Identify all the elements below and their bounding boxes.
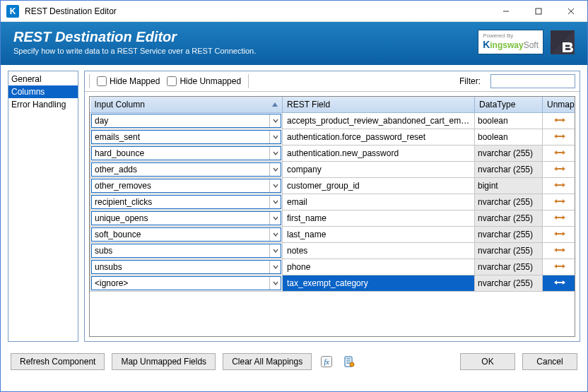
col-unmap[interactable]: Unmap (543, 97, 576, 113)
datatype-cell: bigint (475, 178, 543, 194)
input-column-value: unsubs (92, 262, 269, 272)
expression-fx-button[interactable]: fx (319, 354, 334, 369)
rest-field-cell: authentication.force_password_reset (283, 129, 475, 145)
rest-field-cell: phone (283, 259, 475, 275)
bigcommerce-logo (551, 30, 575, 54)
hide-mapped-input[interactable] (97, 76, 107, 86)
sidebar: GeneralColumnsError Handling (8, 71, 78, 342)
table-row[interactable]: subsnotesnvarchar (255) (90, 243, 576, 259)
hide-mapped-label: Hide Mapped (110, 76, 160, 86)
datatype-cell: nvarchar (255) (475, 194, 543, 210)
datatype-cell: boolean (475, 129, 543, 145)
datatype-cell: nvarchar (255) (475, 275, 543, 292)
expression-script-button[interactable] (341, 354, 357, 369)
rest-field-cell: customer_group_id (283, 178, 475, 194)
chevron-down-icon[interactable] (269, 163, 281, 176)
unmap-button[interactable] (543, 227, 576, 243)
chevron-down-icon[interactable] (269, 261, 281, 273)
hide-unmapped-checkbox[interactable]: Hide Unmapped (167, 76, 241, 86)
table-row[interactable]: other_removescustomer_group_idbigint (90, 178, 576, 194)
kingswaysoft-logo: Powered By KingswaySoft (478, 30, 543, 54)
chevron-down-icon[interactable] (269, 228, 281, 241)
chevron-down-icon[interactable] (269, 277, 281, 290)
filter-input[interactable] (490, 74, 575, 88)
input-column-value: other_removes (92, 181, 269, 191)
chevron-down-icon[interactable] (269, 179, 281, 192)
table-row[interactable]: other_addscompanynvarchar (255) (90, 162, 576, 178)
input-column-combo[interactable]: <ignore> (91, 276, 281, 290)
unmap-button[interactable] (543, 145, 576, 162)
unmap-button[interactable] (543, 210, 576, 227)
datatype-cell: nvarchar (255) (475, 243, 543, 259)
chevron-down-icon[interactable] (269, 212, 281, 225)
window-title: REST Destination Editor (25, 6, 117, 16)
col-rest[interactable]: REST Field (283, 97, 475, 113)
unmap-button[interactable] (543, 162, 576, 178)
sidebar-item-general[interactable]: General (8, 73, 78, 85)
input-column-value: day (92, 116, 269, 126)
maximize-button[interactable] (522, 1, 555, 22)
mapping-grid[interactable]: Input Column REST Field DataType Unmap d… (89, 96, 575, 337)
rest-field-cell: tax_exempt_category (283, 275, 475, 292)
datatype-cell: nvarchar (255) (475, 145, 543, 162)
table-row[interactable]: hard_bounceauthentication.new_passwordnv… (90, 145, 576, 162)
main-panel: Hide Mapped Hide Unmapped Filter: In (84, 71, 580, 342)
app-icon: K (6, 5, 19, 18)
input-column-value: unique_opens (92, 213, 269, 223)
clear-all-button[interactable]: Clear All Mappings (223, 353, 312, 370)
map-unmapped-button[interactable]: Map Unmapped Fields (112, 353, 216, 370)
input-column-combo[interactable]: subs (91, 244, 281, 258)
col-input[interactable]: Input Column (90, 97, 283, 113)
input-column-combo[interactable]: other_removes (91, 179, 281, 193)
unmap-button[interactable] (543, 129, 576, 145)
input-column-combo[interactable]: unique_opens (91, 211, 281, 225)
datatype-cell: nvarchar (255) (475, 162, 543, 178)
unmap-button[interactable] (543, 178, 576, 194)
rest-field-cell: company (283, 162, 475, 178)
table-row[interactable]: recipient_clicksemailnvarchar (255) (90, 194, 576, 210)
table-row[interactable]: unique_opensfirst_namenvarchar (255) (90, 210, 576, 227)
banner-subtitle: Specify how to write data to a REST Serv… (13, 47, 256, 55)
hide-unmapped-input[interactable] (167, 76, 177, 86)
input-column-combo[interactable]: day (91, 114, 281, 128)
unmap-button[interactable] (543, 259, 576, 275)
input-column-combo[interactable]: emails_sent (91, 130, 281, 144)
sidebar-item-error-handling[interactable]: Error Handling (8, 98, 78, 111)
unmap-button[interactable] (543, 194, 576, 210)
chevron-down-icon[interactable] (269, 196, 281, 208)
input-column-combo[interactable]: other_adds (91, 162, 281, 177)
chevron-down-icon[interactable] (269, 147, 281, 160)
titlebar: K REST Destination Editor (1, 1, 587, 22)
toolbar: Hide Mapped Hide Unmapped Filter: (85, 71, 580, 92)
rest-field-cell: notes (283, 243, 475, 259)
rest-field-cell: first_name (283, 210, 475, 227)
cancel-button[interactable]: Cancel (522, 353, 577, 370)
chevron-down-icon[interactable] (269, 244, 281, 257)
toolbar-separator (248, 74, 249, 88)
table-row[interactable]: <ignore>tax_exempt_categorynvarchar (255… (90, 275, 576, 292)
table-row[interactable]: unsubsphonenvarchar (255) (90, 259, 576, 275)
unmap-button[interactable] (543, 275, 576, 292)
input-column-combo[interactable]: unsubs (91, 260, 281, 274)
table-row[interactable]: dayaccepts_product_review_abandoned_cart… (90, 113, 576, 129)
hide-mapped-checkbox[interactable]: Hide Mapped (97, 76, 160, 86)
input-column-value: recipient_clicks (92, 197, 269, 207)
chevron-down-icon[interactable] (269, 114, 281, 127)
input-column-value: hard_bounce (92, 148, 269, 158)
minimize-button[interactable] (490, 1, 522, 22)
chevron-down-icon[interactable] (269, 131, 281, 143)
ok-button[interactable]: OK (460, 353, 515, 370)
datatype-cell: nvarchar (255) (475, 210, 543, 227)
unmap-button[interactable] (543, 243, 576, 259)
input-column-combo[interactable]: soft_bounce (91, 227, 281, 242)
col-type[interactable]: DataType (475, 97, 543, 113)
close-button[interactable] (555, 1, 587, 22)
table-row[interactable]: emails_sentauthentication.force_password… (90, 129, 576, 145)
unmap-button[interactable] (543, 113, 576, 129)
input-column-combo[interactable]: hard_bounce (91, 146, 281, 160)
sidebar-item-columns[interactable]: Columns (8, 85, 78, 98)
input-column-combo[interactable]: recipient_clicks (91, 195, 281, 209)
table-row[interactable]: soft_bouncelast_namenvarchar (255) (90, 227, 576, 243)
svg-rect-1 (536, 8, 541, 14)
refresh-button[interactable]: Refresh Component (11, 353, 105, 370)
